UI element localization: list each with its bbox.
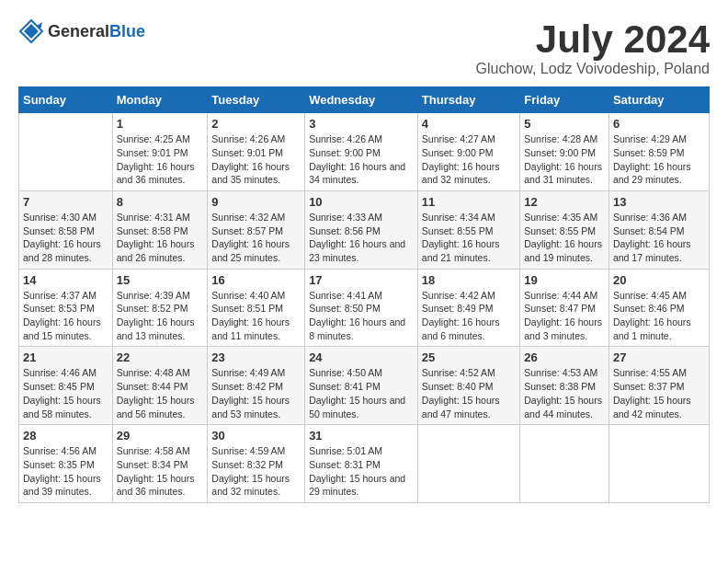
calendar-cell: 21Sunrise: 4:46 AM Sunset: 8:45 PM Dayli… [19, 347, 113, 425]
calendar-cell: 9Sunrise: 4:32 AM Sunset: 8:57 PM Daylig… [208, 190, 305, 269]
calendar-cell: 31Sunrise: 5:01 AM Sunset: 8:31 PM Dayli… [305, 425, 418, 503]
day-info: Sunrise: 4:59 AM Sunset: 8:32 PM Dayligh… [211, 444, 301, 499]
day-info: Sunrise: 4:41 AM Sunset: 8:50 PM Dayligh… [309, 289, 414, 343]
calendar-cell: 2Sunrise: 4:26 AM Sunset: 9:01 PM Daylig… [208, 113, 305, 191]
day-number: 4 [422, 117, 516, 131]
logo-blue: Blue [109, 22, 145, 41]
calendar-table: SundayMondayTuesdayWednesdayThursdayFrid… [18, 86, 710, 503]
col-header-sunday: Sunday [19, 87, 113, 113]
day-info: Sunrise: 4:56 AM Sunset: 8:35 PM Dayligh… [23, 444, 108, 499]
day-info: Sunrise: 4:28 AM Sunset: 9:00 PM Dayligh… [524, 132, 605, 187]
day-info: Sunrise: 4:30 AM Sunset: 8:58 PM Dayligh… [23, 211, 108, 265]
day-number: 1 [117, 117, 204, 131]
day-number: 20 [613, 273, 705, 287]
day-info: Sunrise: 5:01 AM Sunset: 8:31 PM Dayligh… [309, 444, 414, 499]
subtitle: Gluchow, Lodz Voivodeship, Poland [476, 61, 710, 77]
day-info: Sunrise: 4:33 AM Sunset: 8:56 PM Dayligh… [309, 211, 414, 265]
calendar-cell: 18Sunrise: 4:42 AM Sunset: 8:49 PM Dayli… [417, 269, 519, 347]
header-row: SundayMondayTuesdayWednesdayThursdayFrid… [19, 87, 710, 113]
calendar-cell: 25Sunrise: 4:52 AM Sunset: 8:40 PM Dayli… [417, 347, 519, 425]
day-info: Sunrise: 4:58 AM Sunset: 8:34 PM Dayligh… [117, 444, 204, 499]
calendar-cell: 3Sunrise: 4:26 AM Sunset: 9:00 PM Daylig… [305, 113, 418, 191]
day-info: Sunrise: 4:45 AM Sunset: 8:46 PM Dayligh… [613, 289, 705, 343]
calendar-cell: 30Sunrise: 4:59 AM Sunset: 8:32 PM Dayli… [208, 425, 305, 503]
calendar-cell: 28Sunrise: 4:56 AM Sunset: 8:35 PM Dayli… [19, 425, 113, 503]
calendar-cell [520, 425, 609, 503]
day-info: Sunrise: 4:26 AM Sunset: 9:01 PM Dayligh… [211, 132, 301, 187]
calendar-cell: 22Sunrise: 4:48 AM Sunset: 8:44 PM Dayli… [112, 347, 208, 425]
day-number: 28 [23, 429, 108, 442]
day-number: 8 [117, 195, 204, 209]
calendar-cell: 14Sunrise: 4:37 AM Sunset: 8:53 PM Dayli… [19, 269, 113, 347]
day-number: 29 [117, 429, 204, 442]
calendar-cell: 7Sunrise: 4:30 AM Sunset: 8:58 PM Daylig… [19, 190, 113, 269]
calendar-cell: 27Sunrise: 4:55 AM Sunset: 8:37 PM Dayli… [609, 347, 709, 425]
day-number: 26 [524, 350, 605, 364]
day-number: 12 [524, 195, 605, 209]
day-info: Sunrise: 4:39 AM Sunset: 8:52 PM Dayligh… [117, 289, 204, 343]
calendar-cell: 4Sunrise: 4:27 AM Sunset: 9:00 PM Daylig… [417, 113, 519, 191]
day-number: 3 [309, 117, 414, 131]
day-number: 17 [309, 273, 414, 287]
day-number: 22 [117, 350, 204, 364]
day-info: Sunrise: 4:37 AM Sunset: 8:53 PM Dayligh… [23, 289, 108, 343]
calendar-cell [417, 425, 519, 503]
col-header-saturday: Saturday [609, 87, 709, 113]
col-header-wednesday: Wednesday [305, 87, 418, 113]
col-header-thursday: Thursday [417, 87, 519, 113]
day-number: 6 [613, 117, 705, 131]
day-info: Sunrise: 4:55 AM Sunset: 8:37 PM Dayligh… [613, 366, 705, 420]
day-info: Sunrise: 4:53 AM Sunset: 8:38 PM Dayligh… [524, 366, 605, 420]
title-area: July 2024 Gluchow, Lodz Voivodeship, Pol… [476, 18, 710, 77]
logo: General Blue [18, 18, 145, 44]
calendar-cell: 13Sunrise: 4:36 AM Sunset: 8:54 PM Dayli… [609, 190, 709, 269]
calendar-cell: 8Sunrise: 4:31 AM Sunset: 8:58 PM Daylig… [112, 190, 208, 269]
day-number: 31 [309, 429, 414, 442]
calendar-cell [19, 113, 113, 191]
day-number: 2 [211, 117, 301, 131]
day-number: 18 [422, 273, 516, 287]
day-number: 16 [211, 273, 301, 287]
calendar-cell: 10Sunrise: 4:33 AM Sunset: 8:56 PM Dayli… [305, 190, 418, 269]
calendar-week-row: 14Sunrise: 4:37 AM Sunset: 8:53 PM Dayli… [19, 269, 710, 347]
day-info: Sunrise: 4:32 AM Sunset: 8:57 PM Dayligh… [211, 211, 301, 265]
day-info: Sunrise: 4:44 AM Sunset: 8:47 PM Dayligh… [524, 289, 605, 343]
calendar-cell: 29Sunrise: 4:58 AM Sunset: 8:34 PM Dayli… [112, 425, 208, 503]
day-number: 9 [211, 195, 301, 209]
calendar-cell: 17Sunrise: 4:41 AM Sunset: 8:50 PM Dayli… [305, 269, 418, 347]
day-number: 15 [117, 273, 204, 287]
calendar-cell: 24Sunrise: 4:50 AM Sunset: 8:41 PM Dayli… [305, 347, 418, 425]
day-number: 13 [613, 195, 705, 209]
day-info: Sunrise: 4:25 AM Sunset: 9:01 PM Dayligh… [117, 132, 204, 187]
logo-general: General [48, 22, 109, 41]
day-number: 11 [422, 195, 516, 209]
page-header: General Blue July 2024 Gluchow, Lodz Voi… [18, 18, 710, 77]
calendar-cell: 26Sunrise: 4:53 AM Sunset: 8:38 PM Dayli… [520, 347, 609, 425]
calendar-cell: 11Sunrise: 4:34 AM Sunset: 8:55 PM Dayli… [417, 190, 519, 269]
calendar-week-row: 1Sunrise: 4:25 AM Sunset: 9:01 PM Daylig… [19, 113, 710, 191]
calendar-week-row: 21Sunrise: 4:46 AM Sunset: 8:45 PM Dayli… [19, 347, 710, 425]
calendar-cell: 19Sunrise: 4:44 AM Sunset: 8:47 PM Dayli… [520, 269, 609, 347]
day-info: Sunrise: 4:29 AM Sunset: 8:59 PM Dayligh… [613, 132, 705, 187]
day-info: Sunrise: 4:26 AM Sunset: 9:00 PM Dayligh… [309, 132, 414, 187]
main-title: July 2024 [476, 18, 710, 61]
day-info: Sunrise: 4:46 AM Sunset: 8:45 PM Dayligh… [23, 366, 108, 420]
day-number: 19 [524, 273, 605, 287]
day-number: 21 [23, 350, 108, 364]
day-info: Sunrise: 4:52 AM Sunset: 8:40 PM Dayligh… [422, 366, 516, 420]
day-info: Sunrise: 4:31 AM Sunset: 8:58 PM Dayligh… [117, 211, 204, 265]
day-number: 14 [23, 273, 108, 287]
col-header-friday: Friday [520, 87, 609, 113]
day-info: Sunrise: 4:27 AM Sunset: 9:00 PM Dayligh… [422, 132, 516, 187]
calendar-cell: 15Sunrise: 4:39 AM Sunset: 8:52 PM Dayli… [112, 269, 208, 347]
day-number: 10 [309, 195, 414, 209]
calendar-cell: 1Sunrise: 4:25 AM Sunset: 9:01 PM Daylig… [112, 113, 208, 191]
day-number: 25 [422, 350, 516, 364]
day-number: 5 [524, 117, 605, 131]
day-number: 7 [23, 195, 108, 209]
day-info: Sunrise: 4:34 AM Sunset: 8:55 PM Dayligh… [422, 211, 516, 265]
day-info: Sunrise: 4:35 AM Sunset: 8:55 PM Dayligh… [524, 211, 605, 265]
calendar-cell [609, 425, 709, 503]
calendar-cell: 23Sunrise: 4:49 AM Sunset: 8:42 PM Dayli… [208, 347, 305, 425]
calendar-cell: 6Sunrise: 4:29 AM Sunset: 8:59 PM Daylig… [609, 113, 709, 191]
